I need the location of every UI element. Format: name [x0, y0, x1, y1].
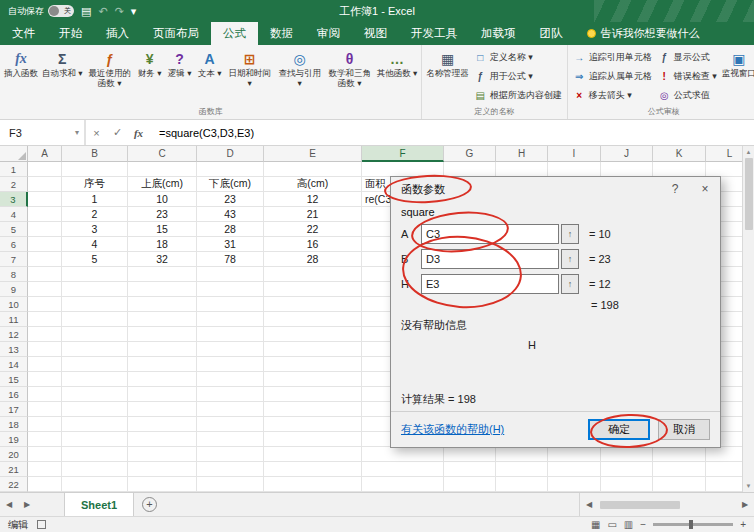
- grid-cell[interactable]: [197, 297, 264, 312]
- ribbon-button[interactable]: θ数学和三角函数 ▾: [325, 46, 375, 89]
- ribbon-button[interactable]: ?逻辑 ▾: [165, 46, 195, 79]
- grid-cell[interactable]: [264, 417, 362, 432]
- grid-cell[interactable]: [62, 387, 128, 402]
- row-header[interactable]: 16: [0, 387, 28, 402]
- cancel-button[interactable]: 取消: [658, 419, 710, 440]
- grid-cell[interactable]: [62, 462, 128, 477]
- grid-cell[interactable]: [62, 162, 128, 177]
- param-input[interactable]: D3: [421, 249, 559, 269]
- customize-qat-icon[interactable]: ▾: [131, 0, 137, 22]
- column-header[interactable]: G: [444, 146, 496, 162]
- enter-entry-icon[interactable]: ✓: [107, 126, 128, 139]
- grid-cell[interactable]: [264, 477, 362, 492]
- grid-cell[interactable]: [128, 447, 197, 462]
- insert-function-fx-icon[interactable]: fx: [128, 127, 149, 139]
- view-page-layout-icon[interactable]: ▭: [607, 519, 616, 530]
- grid-cell[interactable]: [128, 372, 197, 387]
- grid-cell[interactable]: 10: [128, 192, 197, 207]
- grid-cell[interactable]: [28, 417, 62, 432]
- grid-cell[interactable]: 18: [128, 237, 197, 252]
- grid-cell[interactable]: [653, 477, 706, 492]
- grid-cell[interactable]: 43: [197, 207, 264, 222]
- zoom-slider-knob[interactable]: [689, 520, 693, 529]
- ribbon-button[interactable]: Σ自动求和 ▾: [40, 46, 85, 79]
- ok-button[interactable]: 确定: [588, 419, 650, 440]
- grid-cell[interactable]: 15: [128, 222, 197, 237]
- grid-cell[interactable]: [128, 387, 197, 402]
- grid-cell[interactable]: 28: [197, 222, 264, 237]
- grid-cell[interactable]: [128, 432, 197, 447]
- grid-cell[interactable]: 32: [128, 252, 197, 267]
- ribbon-tab[interactable]: 页面布局: [141, 22, 211, 45]
- grid-cell[interactable]: [197, 402, 264, 417]
- save-icon[interactable]: ▤: [81, 0, 91, 22]
- grid-cell[interactable]: [28, 477, 62, 492]
- horizontal-scroll-thumb[interactable]: [600, 501, 680, 509]
- ribbon-button[interactable]: →追踪引用单元格: [570, 48, 655, 67]
- column-header[interactable]: F: [362, 146, 444, 162]
- grid-cell[interactable]: [264, 282, 362, 297]
- grid-cell[interactable]: [197, 387, 264, 402]
- row-header[interactable]: 14: [0, 357, 28, 372]
- column-header[interactable]: K: [653, 146, 706, 162]
- grid-cell[interactable]: [601, 477, 653, 492]
- grid-cell[interactable]: [264, 297, 362, 312]
- grid-cell[interactable]: [62, 447, 128, 462]
- row-header[interactable]: 8: [0, 267, 28, 282]
- grid-cell[interactable]: [362, 462, 444, 477]
- grid-cell[interactable]: [128, 297, 197, 312]
- ribbon-button[interactable]: ƒ显示公式: [655, 48, 720, 67]
- vertical-scrollbar[interactable]: ▲ ▼: [742, 146, 754, 492]
- hscroll-left-icon[interactable]: ◀: [582, 500, 596, 509]
- row-header[interactable]: 15: [0, 372, 28, 387]
- grid-cell[interactable]: [653, 447, 706, 462]
- grid-cell[interactable]: [28, 192, 62, 207]
- row-header[interactable]: 1: [0, 162, 28, 177]
- ribbon-button[interactable]: ⇒追踪从属单元格: [570, 67, 655, 86]
- ribbon-tab[interactable]: 审阅: [305, 22, 352, 45]
- sheet-nav-right-icon[interactable]: ▶: [18, 493, 36, 516]
- grid-cell[interactable]: [128, 312, 197, 327]
- hscroll-right-icon[interactable]: ▶: [738, 500, 752, 509]
- grid-cell[interactable]: [444, 477, 496, 492]
- grid-cell[interactable]: [28, 462, 62, 477]
- grid-cell[interactable]: [197, 162, 264, 177]
- grid-cell[interactable]: [601, 447, 653, 462]
- ribbon-tab[interactable]: 加载项: [469, 22, 528, 45]
- grid-cell[interactable]: 22: [264, 222, 362, 237]
- grid-cell[interactable]: [444, 447, 496, 462]
- grid-cell[interactable]: [197, 327, 264, 342]
- grid-cell[interactable]: [128, 462, 197, 477]
- grid-cell[interactable]: [197, 432, 264, 447]
- grid-cell[interactable]: 5: [62, 252, 128, 267]
- grid-cell[interactable]: [62, 297, 128, 312]
- grid-cell[interactable]: [62, 282, 128, 297]
- grid-cell[interactable]: [362, 477, 444, 492]
- ribbon-button[interactable]: …其他函数 ▾: [375, 46, 420, 79]
- grid-cell[interactable]: [28, 342, 62, 357]
- column-header[interactable]: A: [28, 146, 62, 162]
- column-header[interactable]: I: [548, 146, 601, 162]
- grid-cell[interactable]: [62, 372, 128, 387]
- grid-cell[interactable]: [264, 162, 362, 177]
- grid-cell[interactable]: 序号: [62, 177, 128, 192]
- name-box[interactable]: F3 ▾: [0, 120, 86, 145]
- grid-cell[interactable]: [62, 342, 128, 357]
- grid-cell[interactable]: [28, 372, 62, 387]
- grid-cell[interactable]: 12: [264, 192, 362, 207]
- grid-cell[interactable]: [62, 357, 128, 372]
- grid-cell[interactable]: [496, 462, 548, 477]
- row-header[interactable]: 9: [0, 282, 28, 297]
- grid-cell[interactable]: [28, 177, 62, 192]
- grid-cell[interactable]: [197, 357, 264, 372]
- grid-cell[interactable]: [28, 432, 62, 447]
- ribbon-button[interactable]: ▣监视窗口: [720, 46, 754, 79]
- grid-cell[interactable]: [28, 402, 62, 417]
- grid-cell[interactable]: [128, 162, 197, 177]
- grid-cell[interactable]: [197, 477, 264, 492]
- sheet-tab[interactable]: Sheet1: [64, 493, 134, 516]
- grid-cell[interactable]: 23: [197, 192, 264, 207]
- row-header[interactable]: 18: [0, 417, 28, 432]
- row-header[interactable]: 21: [0, 462, 28, 477]
- row-header[interactable]: 7: [0, 252, 28, 267]
